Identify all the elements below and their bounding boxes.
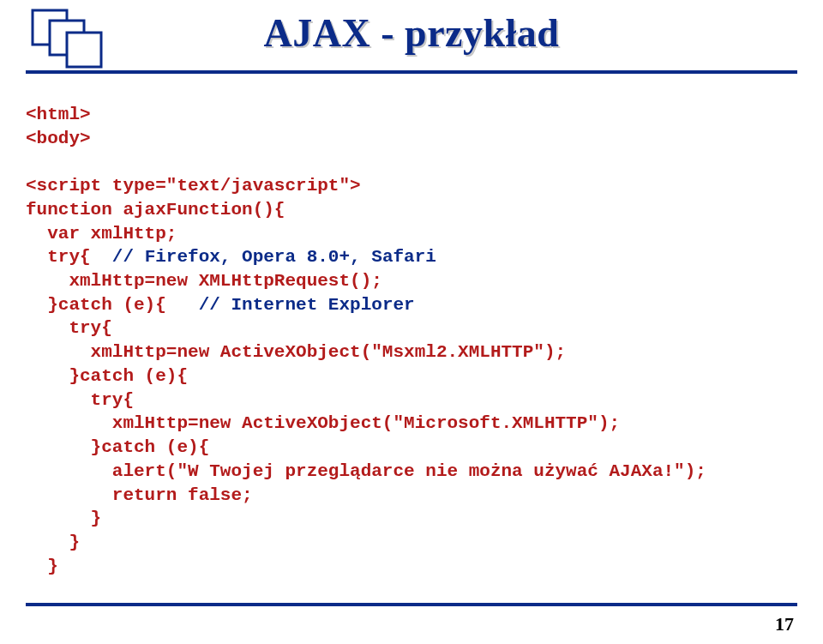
code-line: xmlHttp=new ActiveXObject("Microsoft.XML… [26,412,797,436]
code-line: return false; [26,484,797,508]
code-line [26,150,797,174]
footer-divider [26,603,797,606]
code-line: var xmlHttp; [26,222,797,246]
page-number: 17 [775,613,794,635]
code-line: try{ [26,316,797,340]
code-block: <html><body> <script type="text/javascri… [26,103,797,578]
code-line: function ajaxFunction(){ [26,198,797,222]
code-line: alert("W Twojej przeglądarce nie można u… [26,460,797,484]
code-line: } [26,555,797,579]
code-line: }catch (e){ [26,364,797,388]
code-line: }catch (e){ // Internet Explorer [26,293,797,317]
slide-header: AJAX - przykład [26,9,797,81]
code-line: } [26,507,797,531]
code-line: }catch (e){ [26,436,797,460]
code-line: <body> [26,127,797,151]
code-line: } [26,531,797,555]
slide-title: AJAX - przykład [26,10,797,56]
header-divider [26,70,797,74]
code-line: <html> [26,103,797,127]
code-line: <script type="text/javascript"> [26,174,797,198]
slide: AJAX - przykład <html><body> <script typ… [0,0,823,644]
code-line: xmlHttp=new XMLHttpRequest(); [26,269,797,293]
code-line: try{ // Firefox, Opera 8.0+, Safari [26,245,797,269]
code-line: xmlHttp=new ActiveXObject("Msxml2.XMLHTT… [26,340,797,364]
code-line: try{ [26,388,797,412]
